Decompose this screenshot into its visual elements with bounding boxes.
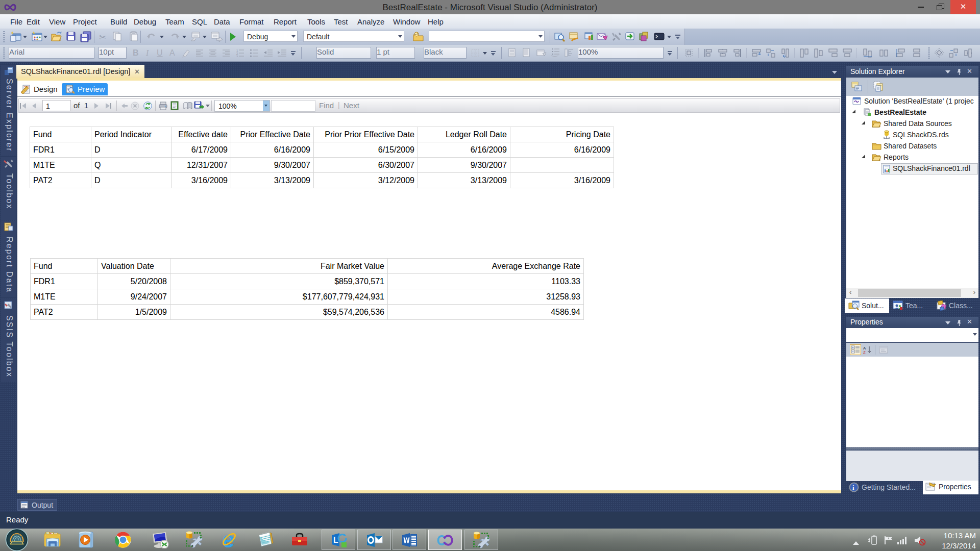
svg-text:3: 3 xyxy=(236,55,238,57)
svg-text:Z: Z xyxy=(863,350,866,354)
svg-text:i: i xyxy=(852,484,854,491)
